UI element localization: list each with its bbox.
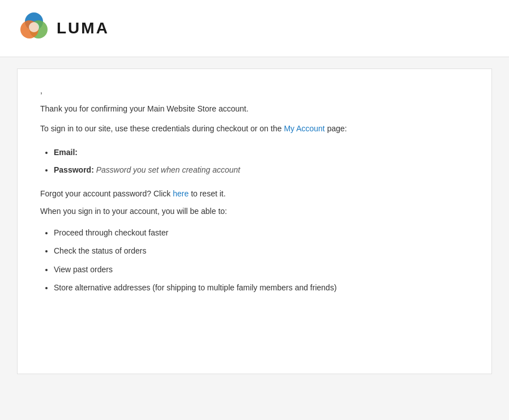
sign-in-info-suffix: page: — [325, 124, 347, 133]
password-hint: Password you set when creating account — [96, 165, 240, 174]
benefit-text-3: View past orders — [54, 265, 113, 274]
benefit-text-1: Proceed through checkout faster — [54, 228, 168, 237]
my-account-link[interactable]: My Account — [284, 124, 324, 133]
thank-you-text: Thank you for confirming your Main Websi… — [40, 104, 469, 113]
password-label: Password: — [54, 165, 94, 174]
email-label: Email: — [54, 148, 78, 157]
header: LUMA — [0, 0, 509, 57]
benefit-item-1: Proceed through checkout faster — [54, 226, 469, 239]
logo-text: LUMA — [57, 19, 109, 37]
sign-in-info-prefix: To sign in to our site, use these creden… — [40, 124, 284, 133]
forgot-password-text: Forgot your account password? Click here… — [40, 187, 469, 200]
forgot-password-suffix: to reset it. — [189, 189, 225, 198]
svg-point-3 — [29, 22, 39, 32]
forgot-password-link[interactable]: here — [173, 189, 189, 198]
logo-container: LUMA — [17, 11, 109, 45]
main-content: , Thank you for confirming your Main Web… — [17, 68, 492, 374]
benefits-intro-text: When you sign in to your account, you wi… — [40, 205, 469, 217]
email-credential: Email: — [54, 146, 469, 158]
greeting-text: , — [40, 86, 469, 95]
benefit-text-4: Store alternative addresses (for shippin… — [54, 283, 337, 292]
password-credential: Password: Password you set when creating… — [54, 164, 469, 176]
benefit-item-3: View past orders — [54, 263, 469, 276]
luma-logo-icon — [17, 11, 51, 45]
forgot-password-prefix: Forgot your account password? Click — [40, 189, 173, 198]
benefits-list: Proceed through checkout faster Check th… — [54, 226, 469, 294]
benefit-item-2: Check the status of orders — [54, 245, 469, 257]
benefit-item-4: Store alternative addresses (for shippin… — [54, 281, 469, 294]
credentials-list: Email: Password: Password you set when c… — [54, 146, 469, 176]
sign-in-info: To sign in to our site, use these creden… — [40, 122, 469, 135]
benefit-text-2: Check the status of orders — [54, 246, 146, 255]
